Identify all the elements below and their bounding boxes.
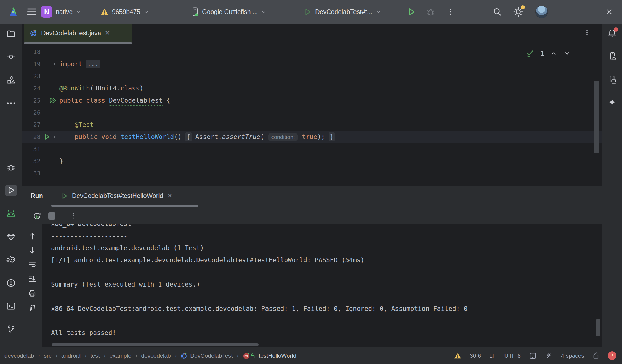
fold-arrow-icon[interactable] [52, 61, 57, 67]
gutter-icons[interactable] [41, 97, 59, 104]
device-manager-button[interactable] [606, 74, 618, 85]
code-line-23[interactable]: 23 [22, 70, 602, 82]
search-everywhere-button[interactable] [492, 0, 502, 24]
console-output[interactable]: x86_64 DevCodelabTest-------------------… [42, 224, 602, 347]
breadcrumb-item-testHelloWorld[interactable]: mtestHelloWorld [243, 352, 296, 360]
rerun-button[interactable] [33, 212, 41, 220]
code-line-24[interactable]: 24@RunWith(JUnit4.class) [22, 82, 602, 94]
vcs-tool-button[interactable] [5, 324, 17, 335]
code-line-32[interactable]: 32} [22, 155, 602, 167]
run-button[interactable] [407, 0, 416, 24]
unlock-icon[interactable] [592, 352, 600, 360]
gemini-sparkle-icon[interactable] [545, 352, 553, 360]
run-outline-icon [61, 192, 68, 200]
commit-tool-button[interactable] [5, 51, 17, 62]
code-text: @Test [59, 121, 94, 128]
gutter-icons[interactable] [41, 133, 59, 140]
fold-arrow-icon[interactable] [52, 134, 57, 140]
run-class-icon[interactable] [49, 97, 57, 104]
project-selector[interactable]: N native [41, 0, 81, 24]
print-button[interactable] [28, 289, 36, 298]
debug-button[interactable] [426, 0, 435, 24]
file-encoding[interactable]: UTF-8 [504, 352, 521, 359]
logcat-tool-button[interactable] [5, 208, 17, 219]
console-line: [1/1] android.test.example.devcodelab.De… [51, 254, 602, 266]
caret-position[interactable]: 30:6 [470, 352, 481, 359]
code-text: import ... [59, 60, 100, 68]
code-line-28[interactable]: 28 public void testHelloWorld() { Assert… [22, 131, 602, 143]
indent-setting[interactable]: 4 spaces [561, 352, 584, 359]
user-avatar[interactable] [535, 0, 548, 24]
gutter-icons[interactable] [41, 61, 59, 67]
project-tool-button[interactable] [5, 28, 17, 39]
scroll-to-end-button[interactable] [28, 275, 36, 283]
terminal-tool-button[interactable] [5, 301, 17, 312]
clear-console-button[interactable] [28, 304, 36, 312]
run-tool-button-active[interactable] [5, 185, 17, 196]
console-gutter-toolbar [22, 224, 42, 347]
vcs-widget[interactable]: 9659b475 [100, 0, 149, 24]
editor-vertical-scrollbar[interactable] [594, 81, 599, 153]
profiler-tool-button[interactable] [5, 254, 17, 265]
editor-tab-devcodelabtest[interactable]: DevCodelabTest.java ✕ [24, 24, 132, 42]
scroll-down-button[interactable] [28, 246, 36, 255]
code-line-31[interactable]: 31 [22, 143, 602, 155]
breadcrumb-item-test[interactable]: test [90, 352, 100, 359]
app-quality-insights-button[interactable] [5, 231, 17, 242]
breadcrumb-item-devcodelab[interactable]: devcodelab [4, 352, 34, 359]
breadcrumb-item-DevCodelabTest[interactable]: DevCodelabTest [180, 352, 233, 359]
breadcrumb-item-src[interactable]: src [44, 352, 52, 359]
breadcrumb-item-android[interactable]: android [61, 352, 81, 359]
editor-tab-bar: DevCodelabTest.java ✕ [22, 24, 602, 44]
tab-options-button[interactable] [583, 29, 591, 36]
run-tab-close-icon[interactable]: ✕ [167, 192, 172, 200]
breadcrumb-label: DevCodelabTest [190, 352, 233, 359]
console-horizontal-scrollbar[interactable] [52, 343, 259, 346]
tab-close-icon[interactable]: ✕ [105, 29, 110, 37]
code-line-25[interactable]: 25public class DevCodelabTest { [22, 94, 602, 106]
scroll-up-button[interactable] [28, 232, 36, 240]
problems-panel-icon[interactable] [529, 352, 537, 360]
device-selector[interactable]: Google Cuttlefish ... [192, 0, 267, 24]
console-vertical-scrollbar[interactable] [596, 319, 600, 336]
code-line-19[interactable]: 19import ... [22, 58, 602, 70]
breadcrumb-item-devcodelab[interactable]: devcodelab [141, 352, 171, 359]
prev-problem-icon[interactable] [550, 50, 557, 57]
code-line-27[interactable]: 27 @Test [22, 119, 602, 131]
code-line-18[interactable]: 18 [22, 46, 602, 58]
settings-button[interactable] [513, 0, 524, 24]
structure-tool-button[interactable] [5, 74, 17, 85]
next-problem-icon[interactable] [563, 50, 571, 57]
terminal-icon [6, 301, 16, 311]
gemini-button[interactable] [606, 97, 618, 108]
soft-wrap-button[interactable] [28, 261, 36, 269]
error-notification-badge[interactable]: ! [608, 351, 616, 360]
more-tool-windows-button[interactable] [5, 98, 17, 109]
run-config-selector[interactable]: DevCodelabTest#t... [304, 0, 381, 24]
breadcrumb-separator: › [175, 352, 177, 359]
code-line-33[interactable]: 33 [22, 167, 602, 179]
window-minimize-button[interactable] [562, 0, 568, 24]
run-tab[interactable]: DevCodelabTest#testHelloWorld ✕ [61, 192, 173, 200]
run-test-icon[interactable] [43, 133, 50, 140]
breadcrumb-item-example[interactable]: example [110, 352, 131, 359]
notifications-button[interactable] [606, 28, 618, 39]
hamburger-menu-icon[interactable] [26, 0, 37, 24]
debug-tool-button[interactable] [5, 162, 17, 173]
window-maximize-button[interactable] [584, 0, 590, 24]
more-actions-button[interactable] [446, 0, 454, 24]
console-line: All tests passed! [51, 327, 602, 339]
line-ending[interactable]: LF [489, 352, 496, 359]
warning-triangle-icon[interactable] [454, 352, 461, 359]
main-toolbar: N native 9659b475 Google Cuttlefish ... … [0, 0, 622, 24]
window-close-button[interactable] [606, 0, 613, 24]
console-more-button[interactable] [70, 212, 77, 220]
running-devices-button[interactable] [606, 51, 618, 62]
stop-button[interactable] [48, 212, 55, 220]
code-line-26[interactable]: 26 [22, 106, 602, 119]
code-editor[interactable]: 1819import ...2324@RunWith(JUnit4.class)… [22, 44, 602, 186]
problems-tool-button[interactable] [5, 277, 17, 288]
inspections-widget[interactable]: 1 [526, 49, 571, 58]
breadcrumb-label: src [44, 352, 52, 359]
run-tab-label: DevCodelabTest#testHelloWorld [72, 192, 163, 200]
